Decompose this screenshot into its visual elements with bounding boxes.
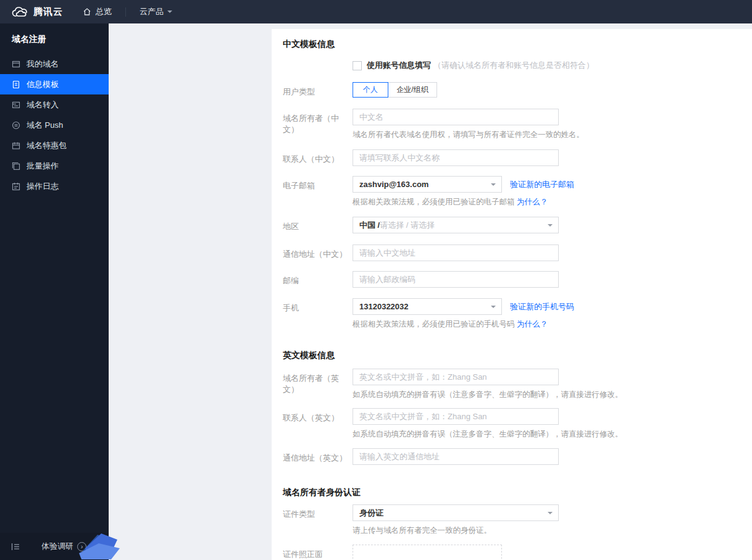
sidebar-item-my-domains[interactable]: 我的域名 — [0, 54, 109, 74]
owner-cn-label: 域名所有者（中文） — [283, 109, 353, 140]
operation-log-icon — [12, 182, 20, 191]
contact-en-row: 联系人（英文） 如系统自动填充的拼音有误（注意多音字、生僻字的翻译），请直接进行… — [283, 408, 752, 439]
address-en-row: 通信地址（英文） — [283, 448, 752, 465]
nav-overview-label: 总览 — [96, 6, 112, 17]
survey-folder-graphic — [73, 530, 122, 560]
owner-cn-row: 域名所有者（中文） 域名所有者代表域名使用权，请填写与所有者证件完全一致的姓名。 — [283, 109, 752, 140]
user-type-org-button[interactable]: 企业/组织 — [388, 82, 437, 98]
phone-label: 手机 — [283, 298, 353, 329]
user-type-row: 用户类型 个人 企业/组织 — [283, 82, 752, 98]
domain-transfer-in-icon — [12, 101, 20, 109]
domain-deal-package-icon — [12, 141, 20, 150]
owner-cn-input[interactable] — [353, 109, 559, 125]
email-select[interactable]: zashvip@163.com — [353, 176, 502, 193]
cert-type-select-value: 身份证 — [359, 508, 383, 519]
chevron-down-icon — [548, 224, 553, 229]
address-en-input[interactable] — [353, 448, 559, 465]
email-why-link[interactable]: 为什么？ — [517, 198, 548, 206]
sidebar-item-domain-deal-package[interactable]: 域名特惠包 — [0, 135, 109, 156]
use-account-info-checkbox[interactable] — [353, 61, 362, 70]
phone-why-link[interactable]: 为什么？ — [517, 320, 548, 328]
sidebar-item-label: 域名 Push — [27, 120, 63, 131]
sidebar-item-info-template[interactable]: 信息模板 — [0, 74, 109, 94]
sidebar-title: 域名注册 — [0, 23, 109, 54]
user-type-segmented: 个人 企业/组织 — [353, 82, 752, 98]
postcode-input[interactable] — [353, 271, 559, 288]
tencent-cloud-logo[interactable]: 腾讯云 — [12, 6, 63, 18]
cert-type-note: 请上传与域名所有者完全一致的身份证。 — [353, 526, 752, 535]
email-note: 根据相关政策法规，必须使用已验证的电子邮箱 为什么？ — [353, 198, 752, 207]
address-en-label: 通信地址（英文） — [283, 448, 353, 465]
phone-select-value: 13120322032 — [359, 302, 409, 311]
sidebar-item-domain-push[interactable]: 域名 Push — [0, 115, 109, 135]
use-account-info-label[interactable]: 使用账号信息填写 — [367, 60, 431, 71]
sidebar-item-label: 域名特惠包 — [27, 140, 67, 151]
nav-overview[interactable]: 总览 — [83, 6, 112, 17]
section-title-cn-template: 中文模板信息 — [283, 38, 752, 50]
sidebar-item-batch-operation[interactable]: 批量操作 — [0, 156, 109, 176]
owner-en-note: 如系统自动填充的拼音有误（注意多音字、生僻字的翻译），请直接进行修改。 — [353, 390, 752, 399]
postcode-row: 邮编 — [283, 271, 752, 288]
cert-front-upload-area[interactable] — [353, 545, 502, 560]
cert-front-label: 证件照正面 — [283, 545, 353, 560]
contact-en-input[interactable] — [353, 408, 559, 425]
chevron-down-icon — [491, 306, 496, 311]
contact-cn-input[interactable] — [353, 149, 559, 166]
sidebar: 域名注册 我的域名 信息模板 域名转入 — [0, 23, 109, 560]
owner-en-row: 域名所有者（英文） 如系统自动填充的拼音有误（注意多音字、生僻字的翻译），请直接… — [283, 369, 752, 399]
form-card: 中文模板信息 使用账号信息填写 （请确认域名所有者和账号信息是否相符合） 用户类… — [272, 29, 752, 560]
region-select-value: 中国 / — [359, 220, 380, 231]
email-select-value: zashvip@163.com — [359, 180, 428, 189]
cert-type-label: 证件类型 — [283, 504, 353, 535]
batch-operation-icon — [12, 162, 20, 170]
chevron-down-icon — [167, 10, 172, 15]
sidebar-item-label: 我的域名 — [27, 59, 59, 70]
phone-select[interactable]: 13120322032 — [353, 298, 502, 315]
main-area: 中文模板信息 使用账号信息填写 （请确认域名所有者和账号信息是否相符合） 用户类… — [109, 23, 752, 560]
cert-type-select[interactable]: 身份证 — [353, 504, 559, 521]
contact-cn-row: 联系人（中文） — [283, 149, 752, 166]
owner-en-label: 域名所有者（英文） — [283, 369, 353, 399]
sidebar-item-domain-transfer-in[interactable]: 域名转入 — [0, 94, 109, 115]
sidebar-item-label: 域名转入 — [27, 99, 59, 111]
phone-note: 根据相关政策法规，必须使用已验证的手机号码 为什么？ — [353, 320, 752, 329]
region-row: 地区 中国 / 请选择 / 请选择 — [283, 217, 752, 233]
email-label: 电子邮箱 — [283, 176, 353, 207]
sidebar-nav: 我的域名 信息模板 域名转入 域名 Push — [0, 54, 109, 196]
phone-row: 手机 13120322032 验证新的手机号码 根据相关政策法规，必须使用已验证… — [283, 298, 752, 329]
region-select[interactable]: 中国 / 请选择 / 请选择 — [353, 217, 559, 233]
user-type-label: 用户类型 — [283, 82, 353, 98]
region-select-placeholder: 请选择 / 请选择 — [380, 220, 435, 231]
use-account-info-hint: （请确认域名所有者和账号信息是否相符合） — [433, 60, 594, 71]
address-cn-label: 通信地址（中文） — [283, 244, 353, 261]
cloud-logo-icon — [12, 6, 28, 17]
use-account-info-row: 使用账号信息填写 （请确认域名所有者和账号信息是否相符合） — [353, 60, 752, 71]
sidebar-item-label: 批量操作 — [27, 161, 59, 172]
address-cn-input[interactable] — [353, 244, 559, 261]
address-cn-row: 通信地址（中文） — [283, 244, 752, 261]
sidebar-item-label: 操作日志 — [27, 181, 59, 192]
cert-front-row: 证件照正面 — [283, 545, 752, 560]
owner-cn-note: 域名所有者代表域名使用权，请填写与所有者证件完全一致的姓名。 — [353, 130, 752, 140]
domain-push-icon — [12, 121, 20, 130]
home-icon — [83, 7, 91, 16]
email-row: 电子邮箱 zashvip@163.com 验证新的电子邮箱 根据相关政策法规，必… — [283, 176, 752, 207]
chevron-down-icon — [548, 512, 553, 517]
contact-cn-label: 联系人（中文） — [283, 149, 353, 166]
section-title-identity: 域名所有者身份认证 — [283, 486, 752, 498]
verify-new-phone-link[interactable]: 验证新的手机号码 — [510, 298, 574, 315]
user-type-personal-button[interactable]: 个人 — [353, 82, 388, 98]
brand-name: 腾讯云 — [33, 6, 63, 18]
contact-en-label: 联系人（英文） — [283, 408, 353, 439]
topbar-divider — [125, 7, 126, 17]
region-label: 地区 — [283, 217, 353, 233]
collapse-sidebar-icon[interactable] — [11, 543, 20, 551]
chevron-down-icon — [491, 183, 496, 188]
owner-en-input[interactable] — [353, 369, 559, 385]
verify-new-email-link[interactable]: 验证新的电子邮箱 — [510, 176, 574, 193]
sidebar-item-operation-log[interactable]: 操作日志 — [0, 176, 109, 196]
nav-cloud-products[interactable]: 云产品 — [140, 6, 172, 17]
postcode-label: 邮编 — [283, 271, 353, 288]
info-template-icon — [12, 80, 20, 89]
sidebar-footer: 体验调研 › — [0, 533, 109, 560]
